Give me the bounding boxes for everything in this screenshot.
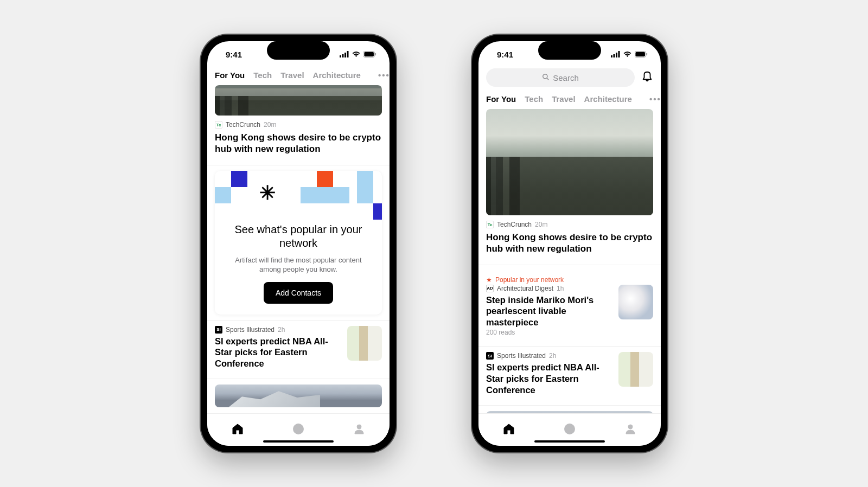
phone-right: 9:41 Search For You Tech Travel Architec… bbox=[472, 35, 667, 452]
article-image-peek[interactable] bbox=[486, 411, 653, 413]
source-logo-techcrunch: Tc bbox=[486, 221, 494, 228]
article-time: 20m bbox=[535, 221, 547, 228]
notch bbox=[538, 41, 601, 60]
article-thumbnail-si bbox=[618, 352, 653, 387]
battery-icon bbox=[635, 50, 648, 59]
article-source-row: Tc TechCrunch 20m bbox=[478, 215, 661, 230]
article-reads: 200 reads bbox=[486, 328, 612, 336]
artifact-logo-icon: ✳ bbox=[259, 182, 276, 204]
notifications-icon[interactable] bbox=[641, 71, 653, 85]
article-thumbnail-ad bbox=[618, 285, 653, 319]
search-placeholder: Search bbox=[553, 73, 579, 82]
tab-architecture[interactable]: Architecture bbox=[313, 71, 361, 80]
wifi-icon bbox=[352, 50, 361, 59]
divider bbox=[478, 346, 661, 347]
source-name: Sports Illustrated bbox=[497, 352, 546, 360]
source-name: TechCrunch bbox=[497, 221, 532, 228]
article-headline-main[interactable]: Hong Kong shows desire to be crypto hub … bbox=[478, 230, 661, 259]
tab-home-icon[interactable] bbox=[502, 422, 515, 438]
source-logo-ad: AD bbox=[486, 285, 494, 292]
svg-rect-11 bbox=[611, 55, 612, 57]
divider bbox=[207, 379, 390, 379]
status-icons bbox=[611, 50, 648, 59]
tab-architecture[interactable]: Architecture bbox=[584, 94, 632, 104]
source-name: Architectural Digest bbox=[497, 285, 553, 292]
article-headline-si: SI experts predict NBA All-Star picks fo… bbox=[486, 362, 612, 395]
svg-rect-12 bbox=[614, 54, 615, 57]
feed-content[interactable]: Tc TechCrunch 20m Hong Kong shows desire… bbox=[207, 85, 390, 413]
svg-rect-5 bbox=[364, 52, 374, 56]
promo-card: ✳ See what's popular in your network Art… bbox=[215, 171, 382, 315]
article-headline-si: SI experts predict NBA All-Star picks fo… bbox=[215, 336, 341, 369]
tab-home-icon[interactable] bbox=[231, 422, 244, 438]
article-image-main[interactable] bbox=[215, 85, 382, 116]
article-headline-ad: Step inside Mariko Mori's pearlescent li… bbox=[486, 294, 612, 328]
article-source-row: SI Sports Illustrated 2h bbox=[486, 352, 612, 360]
tab-travel[interactable]: Travel bbox=[552, 94, 575, 104]
article-source-row: AD Architectural Digest 1h bbox=[486, 285, 612, 292]
article-thumbnail-si bbox=[347, 326, 382, 361]
search-row: Search bbox=[478, 67, 661, 91]
search-icon bbox=[542, 73, 550, 82]
tab-globe-icon[interactable] bbox=[563, 422, 576, 438]
article-source-row: Tc TechCrunch 20m bbox=[207, 116, 390, 131]
article-source-row: SI Sports Illustrated 2h bbox=[215, 326, 341, 334]
feed-content[interactable]: Tc TechCrunch 20m Hong Kong shows desire… bbox=[478, 109, 661, 413]
home-indicator[interactable] bbox=[263, 440, 334, 443]
notch bbox=[267, 41, 330, 60]
svg-rect-2 bbox=[344, 53, 346, 57]
tab-tech[interactable]: Tech bbox=[253, 71, 272, 80]
cellular-signal-icon bbox=[340, 50, 349, 59]
tab-tech[interactable]: Tech bbox=[525, 94, 543, 104]
article-image-main[interactable] bbox=[486, 109, 653, 215]
article-row-si[interactable]: SI Sports Illustrated 2h SI experts pred… bbox=[207, 326, 390, 374]
cellular-signal-icon bbox=[611, 50, 620, 59]
promo-title: See what's popular in your network bbox=[215, 220, 382, 250]
article-headline-main[interactable]: Hong Kong shows desire to be crypto hub … bbox=[207, 131, 390, 159]
search-input[interactable]: Search bbox=[486, 68, 635, 87]
svg-rect-0 bbox=[340, 55, 341, 57]
divider bbox=[207, 320, 390, 321]
tab-profile-icon[interactable] bbox=[624, 422, 637, 438]
article-image-peek[interactable] bbox=[215, 385, 382, 407]
category-tabs: For You Tech Travel Architecture Restaur… bbox=[207, 67, 390, 85]
tabs-overflow-icon[interactable]: ••• bbox=[378, 71, 390, 80]
tab-globe-icon[interactable] bbox=[292, 422, 305, 438]
divider bbox=[478, 405, 661, 406]
source-logo-si: SI bbox=[215, 326, 222, 334]
source-logo-techcrunch: Tc bbox=[215, 121, 222, 129]
article-time: 1h bbox=[557, 285, 564, 292]
svg-rect-1 bbox=[342, 54, 344, 57]
tab-for-you[interactable]: For You bbox=[486, 94, 516, 104]
article-time: 2h bbox=[549, 352, 556, 360]
article-row-ad[interactable]: AD Architectural Digest 1h Step inside M… bbox=[478, 285, 661, 341]
tab-profile-icon[interactable] bbox=[353, 422, 366, 438]
promo-graphic: ✳ bbox=[215, 171, 382, 220]
home-indicator[interactable] bbox=[534, 440, 605, 443]
svg-rect-13 bbox=[616, 53, 617, 57]
tab-for-you[interactable]: For You bbox=[215, 71, 245, 80]
screen-left: 9:41 For You Tech Travel Architecture Re… bbox=[207, 41, 390, 446]
svg-point-23 bbox=[628, 425, 633, 429]
status-time: 9:41 bbox=[497, 50, 513, 59]
wifi-icon bbox=[623, 50, 632, 59]
screen-right: 9:41 Search For You Tech Travel Architec… bbox=[478, 41, 661, 446]
svg-rect-17 bbox=[646, 53, 647, 55]
svg-rect-16 bbox=[635, 52, 645, 56]
svg-point-18 bbox=[543, 74, 547, 78]
status-icons bbox=[340, 50, 376, 59]
star-icon: ★ bbox=[486, 276, 492, 284]
tab-travel[interactable]: Travel bbox=[280, 71, 304, 80]
svg-line-19 bbox=[547, 78, 549, 80]
article-time: 20m bbox=[264, 121, 276, 129]
source-logo-si: SI bbox=[486, 352, 494, 360]
add-contacts-button[interactable]: Add Contacts bbox=[264, 282, 333, 304]
tabs-overflow-icon[interactable]: ••• bbox=[649, 94, 661, 104]
category-tabs: For You Tech Travel Architecture Restaur… bbox=[478, 91, 661, 109]
article-row-si[interactable]: SI Sports Illustrated 2h SI experts pred… bbox=[478, 352, 661, 400]
divider bbox=[478, 265, 661, 265]
source-name: Sports Illustrated bbox=[226, 326, 275, 334]
status-time: 9:41 bbox=[226, 50, 242, 59]
svg-rect-6 bbox=[375, 53, 376, 55]
promo-body: Artifact will find the most popular cont… bbox=[215, 250, 382, 282]
